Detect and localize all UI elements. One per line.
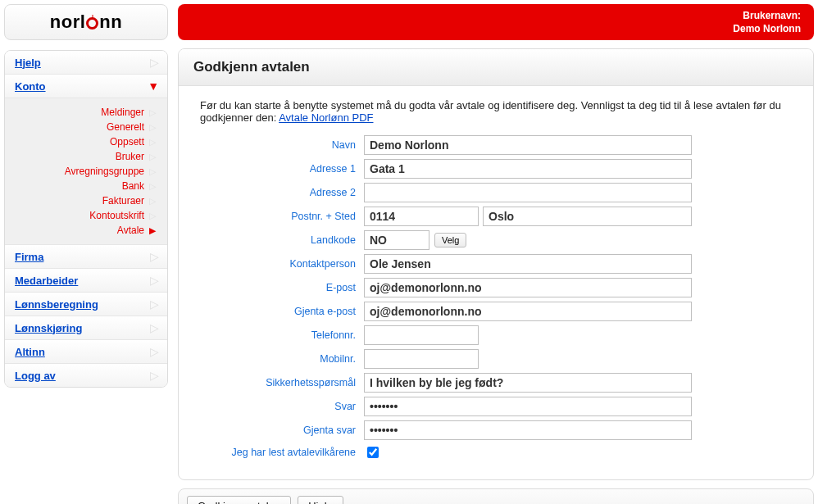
label-svar: Svar <box>200 401 364 412</box>
nav-label: Konto <box>15 80 46 93</box>
terms-checkbox[interactable] <box>367 447 379 458</box>
label-epost: E-post <box>200 282 364 293</box>
sub-item-avregningsgruppe[interactable]: Avregningsgruppe▷ <box>15 164 156 179</box>
sub-item-kontoutskrift[interactable]: Kontoutskrift▷ <box>15 208 156 223</box>
label-mob: Mobilnr. <box>200 353 364 365</box>
nav-item-medarbeider[interactable]: Medarbeider ▷ <box>5 269 167 293</box>
label-tel: Telefonnr. <box>200 329 364 341</box>
adresse1-input[interactable] <box>364 159 692 179</box>
agreement-panel: Godkjenn avtalen Før du kan starte å ben… <box>178 48 814 480</box>
chevron-right-icon: ▷ <box>149 107 156 118</box>
brand-logo: norlnn <box>4 4 168 40</box>
label-navn: Navn <box>200 139 364 151</box>
sub-item-fakturaer[interactable]: Fakturaer▷ <box>15 193 156 208</box>
kontaktperson-input[interactable] <box>364 254 692 274</box>
chevron-right-icon: ▷ <box>150 321 159 334</box>
chevron-right-icon: ▷ <box>149 196 156 207</box>
label-epost2: Gjenta e-post <box>200 306 364 317</box>
panel-title: Godkjenn avtalen <box>179 49 813 86</box>
sub-item-generelt[interactable]: Generelt▷ <box>15 120 156 134</box>
sub-item-bruker[interactable]: Bruker▷ <box>15 149 156 164</box>
sub-item-bank[interactable]: Bank▷ <box>15 179 156 193</box>
sub-item-meldinger[interactable]: Meldinger▷ <box>15 105 156 120</box>
chevron-right-icon: ▷ <box>150 56 159 69</box>
chevron-right-icon: ▷ <box>149 211 156 221</box>
sub-item-avtale[interactable]: Avtale▶ <box>15 223 156 238</box>
chevron-right-icon: ▷ <box>150 250 159 263</box>
label-adr1: Adresse 1 <box>200 163 364 175</box>
sub-item-oppsett[interactable]: Oppsett▷ <box>15 134 156 149</box>
chevron-right-icon: ▷ <box>150 274 159 287</box>
nav-label: Lønnsberegning <box>15 298 98 311</box>
nav-label: Hjelp <box>15 57 41 69</box>
postnr-input[interactable] <box>364 207 479 226</box>
approve-button[interactable]: Godkjenn avtalen <box>187 496 291 504</box>
label-adr2: Adresse 2 <box>200 187 364 198</box>
velg-button[interactable]: Velg <box>434 233 466 247</box>
nav-item-konto[interactable]: Konto ▼ <box>5 75 167 98</box>
intro-text: Før du kan starte å benytte systemet må … <box>200 99 792 124</box>
chevron-right-icon: ▷ <box>149 181 156 192</box>
landkode-input[interactable] <box>364 230 429 250</box>
chevron-right-icon: ▷ <box>149 166 156 177</box>
nav-item-altinn[interactable]: Altinn ▷ <box>5 340 167 364</box>
label-spm: Sikkerhetsspørsmål <box>200 377 364 388</box>
svar-repeat-input[interactable] <box>364 420 692 440</box>
nav-item-loggav[interactable]: Logg av ▷ <box>5 364 167 387</box>
nav-label: Firma <box>15 251 43 263</box>
label-kontakt: Kontaktperson <box>200 258 364 270</box>
svar-input[interactable] <box>364 397 692 416</box>
nav-sub-konto: Meldinger▷ Generelt▷ Oppsett▷ Bruker▷ Av… <box>5 98 167 245</box>
navn-input[interactable] <box>364 135 692 155</box>
chevron-right-icon: ▷ <box>149 137 156 148</box>
agreement-pdf-link[interactable]: Avtale Norlønn PDF <box>279 111 373 124</box>
user-label: Brukernavn: <box>743 9 801 22</box>
chevron-down-icon: ▼ <box>148 79 159 93</box>
user-name: Demo Norlonn <box>733 22 801 35</box>
chevron-right-icon: ▷ <box>149 152 156 162</box>
chevron-right-icon: ▷ <box>150 297 159 311</box>
label-chk: Jeg har lest avtalevilkårene <box>200 447 364 458</box>
nav-label: Logg av <box>15 370 56 382</box>
nav-item-firma[interactable]: Firma ▷ <box>5 245 167 269</box>
epost-input[interactable] <box>364 278 692 297</box>
nav-item-hjelp[interactable]: Hjelp ▷ <box>5 51 167 75</box>
chevron-right-icon: ▷ <box>150 369 159 382</box>
nav-item-lonnsberegning[interactable]: Lønnsberegning ▷ <box>5 293 167 316</box>
adresse2-input[interactable] <box>364 183 692 202</box>
epost-repeat-input[interactable] <box>364 302 692 321</box>
sted-input[interactable] <box>483 207 692 226</box>
chevron-right-icon: ▷ <box>149 122 156 133</box>
nav-label: Medarbeider <box>15 275 78 287</box>
side-nav: Hjelp ▷ Konto ▼ Meldinger▷ Generelt▷ Opp… <box>4 50 168 388</box>
user-banner: Brukernavn: Demo Norlonn <box>178 4 814 40</box>
nav-label: Altinn <box>15 346 45 358</box>
logo-ring-icon <box>86 17 98 30</box>
nav-label: Lønnskjøring <box>15 322 82 334</box>
chevron-right-icon: ▶ <box>149 225 156 236</box>
mobil-input[interactable] <box>364 349 479 369</box>
label-landkode: Landkode <box>200 234 364 246</box>
footer-actions: Godkjenn avtalen Hjelp <box>178 488 814 504</box>
help-button[interactable]: Hjelp <box>298 496 343 504</box>
sikkerhetsspm-input[interactable] <box>364 373 692 393</box>
label-svar2: Gjenta svar <box>200 425 364 436</box>
telefon-input[interactable] <box>364 325 479 345</box>
label-postnr: Postnr. + Sted <box>200 211 364 222</box>
nav-item-lonnskjoring[interactable]: Lønnskjøring ▷ <box>5 316 167 340</box>
chevron-right-icon: ▷ <box>150 345 159 358</box>
